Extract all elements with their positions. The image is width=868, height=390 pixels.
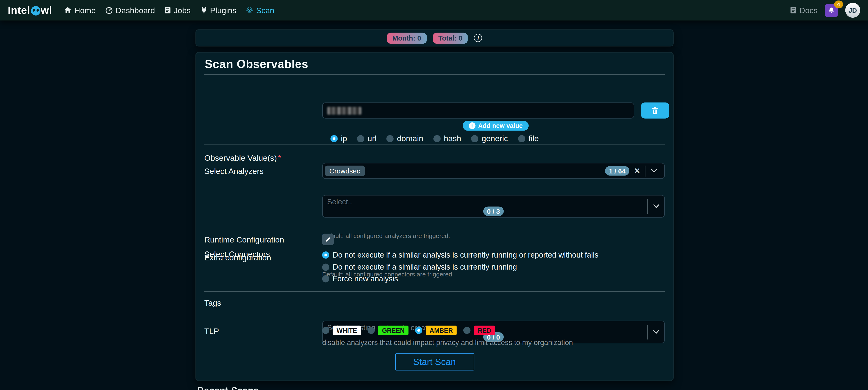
nav-label: Scan <box>256 6 274 15</box>
delete-value-button[interactable] <box>641 102 669 119</box>
radio-type-generic[interactable]: generic <box>471 134 508 143</box>
radio-tlp-green[interactable]: GREEN <box>368 326 409 335</box>
observable-type-group: ip url domain hash generic file <box>196 134 673 143</box>
radio-type-hash[interactable]: hash <box>433 134 461 143</box>
tlp-white-badge: WHITE <box>333 326 361 335</box>
select-controls <box>647 196 664 217</box>
selected-analyzer-chip[interactable]: Crowdsec <box>325 166 364 176</box>
pencil-icon <box>325 236 331 242</box>
radio-tlp-white[interactable]: WHITE <box>322 326 361 335</box>
bell-icon <box>828 7 835 14</box>
tlp-amber-badge: AMBER <box>426 326 457 335</box>
edit-runtime-config-button[interactable] <box>322 234 334 245</box>
clear-selection-icon[interactable]: × <box>629 166 645 176</box>
divider <box>204 291 665 292</box>
radio-icon <box>518 135 525 142</box>
radio-label: ip <box>341 134 347 143</box>
docs-label: Docs <box>799 6 817 15</box>
dashboard-icon <box>105 6 113 14</box>
radio-label: Do not execute if a similar analysis is … <box>333 263 517 271</box>
radio-type-url[interactable]: url <box>357 134 377 143</box>
add-value-row: + Add new value <box>322 121 669 130</box>
radio-icon <box>322 275 330 282</box>
radio-label: hash <box>444 134 461 143</box>
radio-icon <box>322 263 330 271</box>
radio-icon <box>322 251 330 259</box>
radio-label: Do not execute if a similar analysis is … <box>333 251 598 259</box>
month-quota-badge: Month: 0 <box>387 32 427 43</box>
tlp-note: disable analyzers that could impact priv… <box>322 338 573 347</box>
nav-item-plugins[interactable]: Plugins <box>200 6 237 15</box>
docs-link[interactable]: Docs <box>790 6 817 15</box>
connectors-count-badge: 0 / 3 <box>483 207 504 216</box>
divider <box>204 74 665 75</box>
radio-type-domain[interactable]: domain <box>386 134 423 143</box>
nav-item-home[interactable]: Home <box>64 6 96 15</box>
radio-extra-force-new[interactable]: Force new analysis <box>322 275 598 283</box>
radio-icon <box>357 135 364 142</box>
start-scan-button[interactable]: Start Scan <box>395 353 474 370</box>
radio-label: file <box>529 134 539 143</box>
radio-type-file[interactable]: file <box>518 134 539 143</box>
chevron-down-icon[interactable] <box>648 204 664 208</box>
notification-count-badge: 4 <box>834 0 843 8</box>
nav-label: Dashboard <box>116 6 155 15</box>
radio-type-ip[interactable]: ip <box>330 134 347 143</box>
required-asterisk: * <box>278 153 281 162</box>
nav-item-dashboard[interactable]: Dashboard <box>105 6 155 15</box>
trash-icon <box>652 107 659 114</box>
tlp-label: TLP <box>204 327 219 336</box>
radio-label: generic <box>482 134 508 143</box>
observable-value-input[interactable] <box>322 102 634 119</box>
select-connectors-field[interactable]: Select.. 0 / 3 <box>322 195 665 217</box>
observable-value-label: Observable Value(s)* <box>204 153 281 162</box>
page: Intelwl Home Dashboard Jobs Plugins ☠ Sc… <box>0 0 868 390</box>
add-button-label: Add new value <box>478 122 523 129</box>
nav-menu: Home Dashboard Jobs Plugins ☠ Scan <box>64 6 274 15</box>
total-quota-badge: Total: 0 <box>433 32 468 43</box>
radio-icon <box>368 327 375 334</box>
brand-logo[interactable]: Intelwl <box>8 4 52 17</box>
radio-extra-no-exec-running[interactable]: Do not execute if a similar analysis is … <box>322 263 598 271</box>
radio-icon <box>322 327 330 334</box>
extra-configuration-group: Do not execute if a similar analysis is … <box>322 251 598 283</box>
plugins-icon <box>200 7 208 14</box>
radio-label: url <box>368 134 376 143</box>
radio-extra-no-exec-without-fails[interactable]: Do not execute if a similar analysis is … <box>322 251 598 259</box>
jobs-icon <box>164 7 171 14</box>
add-new-value-button[interactable]: + Add new value <box>463 121 529 130</box>
recent-scans-heading: Recent Scans <box>197 386 259 390</box>
chevron-down-icon[interactable] <box>645 169 662 173</box>
navbar-right: Docs 4 JD <box>790 3 860 18</box>
radio-tlp-red[interactable]: RED <box>463 326 495 335</box>
tags-label: Tags <box>204 299 221 307</box>
submit-row: Start Scan <box>196 353 673 370</box>
radio-icon <box>463 327 471 334</box>
connectors-placeholder: Select.. <box>327 198 660 206</box>
quota-card: Month: 0 Total: 0 i <box>195 29 674 47</box>
extra-configuration-label: Extra configuration <box>204 253 271 262</box>
nav-item-jobs[interactable]: Jobs <box>164 6 191 15</box>
brand-text-post: wl <box>41 4 52 17</box>
analyzers-helper-text: Default: all configured analyzers are tr… <box>322 233 450 239</box>
navbar: Intelwl Home Dashboard Jobs Plugins ☠ Sc… <box>0 0 868 21</box>
owl-logo-icon <box>31 6 40 16</box>
nav-label: Home <box>74 6 96 15</box>
radio-label: Force new analysis <box>333 275 398 283</box>
radio-icon <box>471 135 478 142</box>
brand-text-pre: Intel <box>8 4 30 17</box>
notifications-button[interactable]: 4 <box>825 3 838 17</box>
tlp-green-badge: GREEN <box>378 326 408 335</box>
redacted-value <box>327 107 362 114</box>
scan-form-card: Scan Observables ip url domain hash gene… <box>195 52 674 381</box>
radio-icon <box>415 327 422 334</box>
radio-icon <box>433 135 440 142</box>
avatar[interactable]: JD <box>845 3 860 18</box>
nav-item-scan[interactable]: ☠ Scan <box>246 6 274 15</box>
select-analyzers-label: Select Analyzers <box>204 167 264 176</box>
select-analyzers-field[interactable]: Crowdsec 1 / 64 × <box>322 163 665 179</box>
quota-info-icon[interactable]: i <box>474 34 482 42</box>
radio-icon <box>330 135 338 142</box>
radio-tlp-amber[interactable]: AMBER <box>415 326 457 335</box>
scan-skull-icon: ☠ <box>246 6 253 14</box>
